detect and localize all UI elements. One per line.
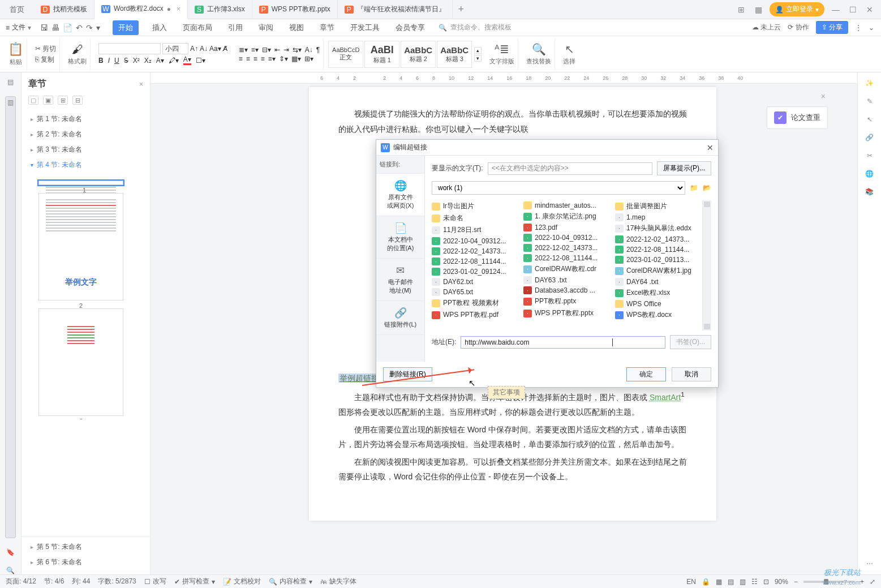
apps-icon[interactable]: ▦	[753, 5, 764, 14]
view-print-icon[interactable]: ▦	[716, 578, 722, 586]
para-shading-icon[interactable]: ▦▾	[291, 55, 301, 63]
minimize-button[interactable]: —	[830, 5, 841, 14]
fullscreen-icon[interactable]: ⤢	[870, 578, 875, 586]
style-h1[interactable]: AaBl标题 1	[364, 41, 399, 68]
file-item[interactable]: ·Excel教程.xlsx	[615, 287, 702, 299]
ribbon-tab-view[interactable]: 视图	[287, 20, 306, 35]
view-outline-icon[interactable]: ☷	[751, 578, 758, 586]
bookmark-button[interactable]: 书签(O)...	[670, 335, 711, 349]
file-item[interactable]: ·2022-12-02_14373...	[615, 234, 702, 244]
file-item[interactable]: ·2022-10-04_09312...	[432, 236, 519, 246]
more-tools-icon[interactable]: ⋯	[866, 560, 873, 568]
page-thumb-2[interactable]: 举例文字 2	[38, 193, 123, 301]
file-item[interactable]: ·2022-12-08_11144...	[432, 256, 519, 267]
file-item[interactable]: lr导出图片	[432, 200, 519, 212]
status-insert-mode[interactable]: ☐ 改写	[144, 577, 166, 586]
shading-icon[interactable]: ☐▾	[196, 57, 205, 65]
file-item[interactable]: 批量调整图片	[615, 200, 702, 212]
tab-xlsx[interactable]: S 工作簿3.xlsx	[188, 0, 252, 19]
collab-button[interactable]: ⟳ 协作	[788, 23, 809, 32]
dlg-tab-email[interactable]: ✉电子邮件地址(M)	[376, 259, 424, 301]
file-item[interactable]: ·1.mep	[615, 212, 702, 222]
ok-button[interactable]: 确定	[626, 367, 666, 381]
section-item-active[interactable]: 第 4 节: 未命名	[26, 157, 145, 173]
ribbon-search[interactable]: 🔍 查找命令、搜索模板	[439, 23, 512, 32]
ribbon-tab-member[interactable]: 会员专享	[393, 20, 427, 35]
select-tool-icon[interactable]: ↖	[867, 115, 873, 123]
folder-select[interactable]: work (1)	[432, 181, 685, 195]
zoom-out-icon[interactable]: −	[794, 578, 798, 586]
up-folder-icon[interactable]: 📁	[690, 184, 698, 192]
nav-tool-2[interactable]: ▣	[43, 96, 53, 105]
bullets-icon[interactable]: ≣▾	[239, 46, 248, 54]
align-distribute-icon[interactable]: ≡▾	[268, 55, 276, 63]
file-item[interactable]: ·2022-12-08_11144...	[523, 253, 611, 263]
style-scroll-up[interactable]: ▴	[474, 47, 482, 54]
file-item[interactable]: 未命名	[432, 212, 519, 224]
browse-icon[interactable]: 📂	[703, 184, 711, 192]
login-button[interactable]: 👤立即登录▾	[770, 2, 824, 16]
nav-tool-3[interactable]: ⊞	[58, 96, 68, 105]
dlg-tab-attachment[interactable]: 🔗链接附件(L)	[376, 301, 424, 335]
ribbon-tab-dev[interactable]: 开发工具	[348, 20, 382, 35]
plagiarism-card[interactable]: ✔ 论文查重	[767, 106, 828, 129]
view-web-icon[interactable]: ▥	[740, 578, 746, 586]
file-menu[interactable]: ≡ 文件 ▾	[0, 23, 37, 32]
tab-icon[interactable]: ⇆▾	[293, 46, 302, 54]
grid-icon[interactable]: ⊞	[736, 5, 747, 14]
file-item[interactable]: ·11月28日.srt	[432, 224, 519, 236]
align-center-icon[interactable]: ≡	[246, 55, 250, 63]
underline-button[interactable]: U	[114, 57, 119, 65]
font-size-select[interactable]	[162, 43, 188, 54]
file-item[interactable]: ·CorelDRAW教程.cdr	[523, 263, 611, 275]
line-spacing-icon[interactable]: ⇕▾	[279, 55, 288, 63]
file-scrollbar[interactable]	[702, 200, 711, 331]
clear-format-icon[interactable]: A̸	[223, 45, 227, 53]
print-icon[interactable]: 🖶	[51, 23, 59, 32]
ribbon-tab-layout[interactable]: 页面布局	[181, 20, 214, 35]
borders-icon[interactable]: ⊞▾	[304, 55, 313, 63]
ribbon-tab-home[interactable]: 开始	[113, 20, 139, 35]
align-right-icon[interactable]: ≡	[253, 55, 257, 63]
section-item[interactable]: 第 1 节: 未命名	[26, 111, 145, 127]
ribbon-tab-chapters[interactable]: 章节	[317, 20, 337, 35]
style-scroll-down[interactable]: ▾	[474, 55, 482, 62]
subscript-button[interactable]: X₂	[144, 57, 152, 65]
increase-indent-icon[interactable]: ⇥	[283, 46, 289, 54]
file-item[interactable]: ·DAY65.txt	[432, 287, 519, 297]
ribbon-collapse-icon[interactable]: ⋮	[855, 24, 862, 32]
translate-icon[interactable]: 🌐	[865, 170, 874, 178]
tab-templates[interactable]: D 找稻壳模板	[34, 0, 94, 19]
paste-icon[interactable]: 📋	[8, 42, 23, 57]
section-item[interactable]: 第 6 节: 未命名	[26, 555, 145, 570]
sort-icon[interactable]: A↓	[305, 46, 313, 54]
zoom-value[interactable]: 90%	[775, 578, 788, 586]
file-item[interactable]: ·DAY62.txt	[432, 277, 519, 287]
dlg-tab-this-doc[interactable]: 📄本文档中的位置(A)	[376, 216, 424, 259]
align-left-icon[interactable]: ≡	[239, 55, 243, 63]
ribbon-expand-icon[interactable]: ⌄	[869, 24, 874, 32]
file-item[interactable]: WPS Office	[615, 299, 702, 309]
hyperlink-example[interactable]: 举例超链接	[338, 374, 380, 383]
status-lock-icon[interactable]: 🔒	[702, 578, 710, 586]
nav-close-icon[interactable]: ×	[139, 80, 143, 88]
file-item[interactable]: ·2023-01-02_09124...	[432, 267, 519, 277]
file-item[interactable]: ·DAY64 .txt	[615, 277, 702, 287]
file-item[interactable]: ·Database3.accdb ...	[523, 285, 611, 295]
tab-close[interactable]: ×	[177, 5, 181, 13]
dialog-close-icon[interactable]: ✕	[707, 143, 714, 152]
clip-icon[interactable]: ✂	[867, 152, 873, 160]
status-chars[interactable]: 字数: 5/2873	[98, 577, 136, 586]
address-input[interactable]: http://www.baidu.com	[461, 336, 665, 349]
ribbon-tab-insert[interactable]: 插入	[150, 20, 169, 35]
ribbon-tab-review[interactable]: 审阅	[256, 20, 276, 35]
section-item[interactable]: 第 5 节: 未命名	[26, 539, 145, 555]
chapters-icon[interactable]: ▥	[5, 96, 16, 538]
share-button[interactable]: ⇪ 分享	[816, 21, 848, 34]
file-browser[interactable]: lr导出图片未命名·11月28日.srt·2022-10-04_09312...…	[432, 200, 711, 331]
text-layout-group[interactable]: ᴬ≣文字排版	[486, 38, 518, 70]
file-item[interactable]: ·2023-01-02_09113...	[615, 255, 702, 265]
section-item[interactable]: 第 2 节: 未命名	[26, 127, 145, 142]
dlg-tab-file-web[interactable]: 🌐原有文件或网页(X)	[376, 174, 424, 216]
font-name-select[interactable]	[98, 43, 161, 54]
